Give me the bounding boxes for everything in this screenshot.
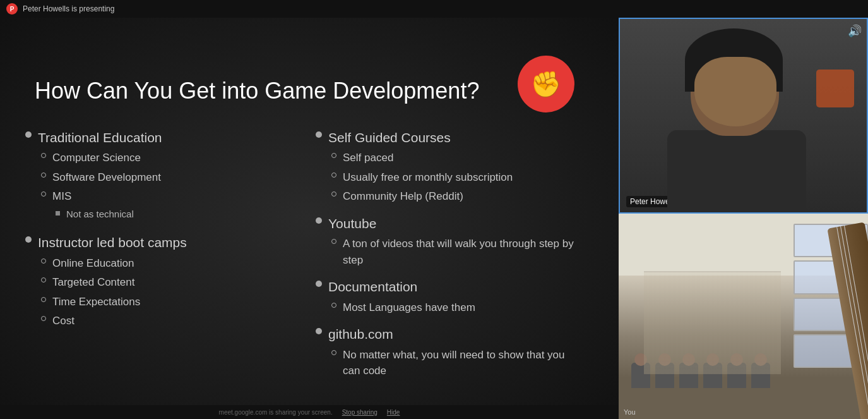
sub-dot <box>41 153 46 158</box>
bullet-dot <box>316 281 322 287</box>
youtube-label: Youtube <box>328 216 376 231</box>
sub-sub-bullet-technical: Not as technical <box>56 207 134 222</box>
body-shape <box>667 130 806 212</box>
github-label: github.com <box>328 327 393 341</box>
sub-bullet-languages: Most Languages have them <box>331 300 475 316</box>
self-guided-sub-list: Self paced Usually free or monthly subsc… <box>331 150 513 205</box>
sub-bullet-cost: Cost <box>41 313 187 329</box>
sub-bullet-code: No matter what, you will need to show th… <box>331 347 581 379</box>
traditional-education-label: Traditional Education <box>38 130 162 145</box>
targeted-label: Targeted Content <box>52 274 134 291</box>
bullet-dot <box>316 328 322 334</box>
sd-label: Software Development <box>52 169 161 186</box>
bullet-dot <box>316 131 322 138</box>
face-shape <box>694 57 776 126</box>
sub-dot <box>41 191 46 197</box>
sub-bullet-cs: Computer Science <box>41 150 162 166</box>
sub-bullet-self-paced: Self paced <box>331 150 513 166</box>
sub-bullet-videos: A ton of videos that will walk you throu… <box>331 236 581 268</box>
slide-content: Traditional Education Computer Science S… <box>25 128 581 406</box>
languages-label: Most Languages have them <box>343 300 475 316</box>
traditional-sub-list: Computer Science Software Development MI… <box>41 150 162 224</box>
bootcamp-label: Instructor led boot camps <box>38 235 187 250</box>
videos-label: A ton of videos that will walk you throu… <box>343 236 581 268</box>
code-label: No matter what, you will need to show th… <box>343 347 581 379</box>
you-video-tile[interactable]: You <box>619 214 868 419</box>
main-bullet-github: github.com No matter what, you will need… <box>316 325 581 382</box>
sub-dot <box>41 277 46 282</box>
bullet-dot <box>25 236 32 243</box>
mis-sub-list: Not as technical <box>56 207 134 222</box>
top-bar: P Peter Howells is presenting <box>0 0 868 18</box>
sub-dot <box>41 297 46 302</box>
time-label: Time Expectations <box>52 294 140 310</box>
sub-bullet-community: Community Help (Reddit) <box>331 188 513 205</box>
github-sub-list: No matter what, you will need to show th… <box>331 347 581 379</box>
bootcamp-sub-list: Online Education Targeted Content Time E… <box>41 255 187 329</box>
share-text: meet.google.com is sharing your screen. <box>219 409 333 416</box>
cost-label: Cost <box>52 313 74 329</box>
free-label: Usually free or monthly subscription <box>343 169 513 186</box>
left-column: Traditional Education Computer Science S… <box>25 128 303 406</box>
community-label: Community Help (Reddit) <box>343 188 463 205</box>
cs-label: Computer Science <box>52 150 141 166</box>
self-guided-label: Self Guided Courses <box>328 130 451 145</box>
presenter-video <box>620 19 867 212</box>
slide-area: ✊ How Can You Get into Game Development?… <box>0 18 619 419</box>
audio-icon: 🔊 <box>848 24 862 38</box>
youtube-sub-list: A ton of videos that will walk you throu… <box>331 236 581 268</box>
presenter-avatar: P <box>6 3 18 15</box>
main-bullet-documentation: Documentation Most Languages have them <box>316 277 581 319</box>
sub-bullet-time: Time Expectations <box>41 294 187 310</box>
sub-dot <box>331 153 336 158</box>
sub-dot <box>41 258 46 264</box>
documentation-label: Documentation <box>328 279 417 294</box>
right-column: Self Guided Courses Self paced Usually f… <box>303 128 581 406</box>
main-bullet-youtube: Youtube A ton of videos that will walk y… <box>316 214 581 271</box>
bg-object <box>816 70 854 107</box>
you-label: You <box>624 408 636 416</box>
sub-bullet-sd: Software Development <box>41 169 162 186</box>
sub-bullet-targeted: Targeted Content <box>41 274 187 291</box>
classroom-video <box>619 214 868 419</box>
main-bullet-traditional: Traditional Education Computer Science S… <box>25 128 290 227</box>
bottom-bar: meet.google.com is sharing your screen. … <box>0 405 619 419</box>
bullet-dot <box>25 131 32 138</box>
self-paced-label: Self paced <box>343 150 393 166</box>
sub-dot <box>331 303 336 308</box>
sub-dot <box>331 350 336 355</box>
sub-dot <box>41 316 46 321</box>
sub-dot <box>331 173 336 178</box>
corridor <box>644 271 781 374</box>
mis-label: MIS <box>52 190 71 202</box>
sub-sub-dot <box>56 211 60 216</box>
main-bullet-self-guided: Self Guided Courses Self paced Usually f… <box>316 128 581 208</box>
stop-sharing-link[interactable]: Stop sharing <box>342 409 378 416</box>
presenter-text: Peter Howells is presenting <box>23 4 114 13</box>
sub-dot <box>331 239 336 244</box>
not-technical-label: Not as technical <box>66 207 134 222</box>
right-panel: 🔊 Peter Howells <box>619 18 868 419</box>
main-bullet-bootcamp: Instructor led boot camps Online Educati… <box>25 233 290 332</box>
sub-dot <box>41 173 46 178</box>
sub-bullet-online: Online Education <box>41 255 187 272</box>
hide-link[interactable]: Hide <box>387 409 400 416</box>
logo-circle: ✊ <box>518 56 574 112</box>
documentation-sub-list: Most Languages have them <box>331 300 475 316</box>
bullet-dot <box>316 217 322 224</box>
sub-bullet-free: Usually free or monthly subscription <box>331 169 513 186</box>
online-ed-label: Online Education <box>52 255 134 272</box>
logo-icon: ✊ <box>530 70 562 99</box>
sub-dot <box>331 191 336 197</box>
presenter-video-tile[interactable]: 🔊 Peter Howells <box>619 18 868 214</box>
slide-title: How Can You Get into Game Development? <box>35 78 479 104</box>
sub-bullet-mis: MIS Not as technical <box>41 188 162 224</box>
